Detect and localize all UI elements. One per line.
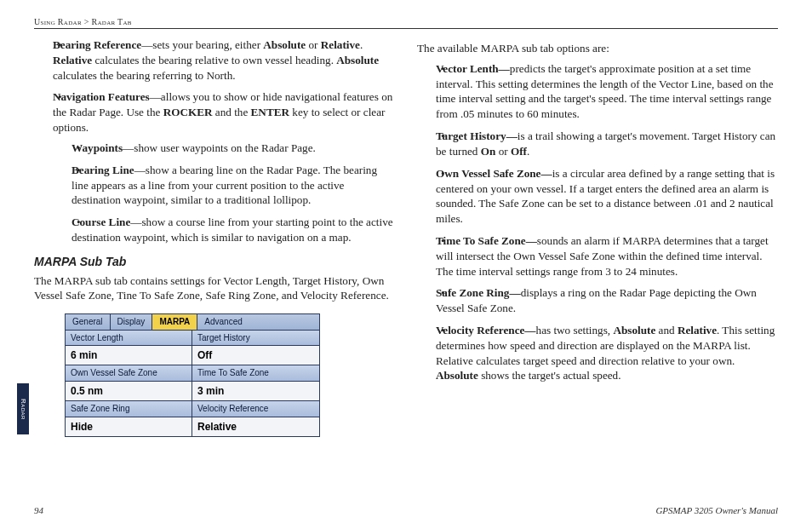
left-bullet-list: Bearing Reference—sets your bearing, eit… xyxy=(34,37,395,245)
nested-list: Waypoints—show user waypoints on the Rad… xyxy=(53,141,395,245)
term: Safe Zone Ring— xyxy=(436,286,521,299)
list-item-time-to-safe-zone: Time To Safe Zone—sounds an alarm if MAR… xyxy=(436,233,778,279)
text: —show user waypoints on the Radar Page. xyxy=(123,141,316,154)
list-item-bearing-reference: Bearing Reference—sets your bearing, eit… xyxy=(53,37,395,83)
list-item-target-history: Target History—is a trail showing a targ… xyxy=(436,129,778,159)
bold: ENTER xyxy=(251,106,289,118)
bold: Relative xyxy=(678,324,717,336)
breadcrumb: Using Radar > Radar Tab xyxy=(34,17,778,26)
settings-tabs: General Display MARPA Advanced xyxy=(65,313,320,330)
marpa-settings-screenshot: General Display MARPA Advanced Vector Le… xyxy=(65,313,320,437)
term: Course Line xyxy=(71,216,130,228)
manual-page: Using Radar > Radar Tab Bearing Referenc… xyxy=(0,0,812,529)
list-item-vector-lenth: Vector Lenth—predicts the target's appro… xyxy=(436,61,778,122)
page-number: 94 xyxy=(34,505,43,515)
value-vector-length[interactable]: 6 min xyxy=(66,346,192,365)
list-item-safe-zone-ring: Safe Zone Ring—displays a ring on the Ra… xyxy=(436,285,778,316)
term: Velocity Reference— xyxy=(436,324,536,336)
value-own-vessel-safe-zone[interactable]: 0.5 nm xyxy=(66,382,192,401)
label-target-history: Target History xyxy=(192,331,319,347)
marpa-intro: The MARPA sub tab contains settings for … xyxy=(34,273,395,304)
bold: Relative xyxy=(53,54,92,66)
bold: Off xyxy=(511,145,527,158)
term: Bearing Line xyxy=(71,164,134,176)
text: and xyxy=(655,324,678,336)
header-rule xyxy=(34,28,778,29)
term: Target History— xyxy=(436,129,518,142)
breadcrumb-sep: > xyxy=(84,17,89,26)
term: Waypoints xyxy=(71,141,123,154)
text: or xyxy=(306,38,321,51)
tab-display[interactable]: Display xyxy=(111,314,153,330)
term: Time To Safe Zone— xyxy=(436,234,537,247)
text: or xyxy=(495,145,511,158)
text: calculates the bearing referring to Nort… xyxy=(53,69,236,82)
list-item-waypoints: Waypoints—show user waypoints on the Rad… xyxy=(71,141,395,156)
bold: Absolute xyxy=(336,54,379,66)
term: Vector Lenth— xyxy=(436,62,510,75)
label-own-vessel-safe-zone: Own Vessel Safe Zone xyxy=(66,365,192,382)
value-time-to-safe-zone[interactable]: 3 min xyxy=(192,382,319,401)
right-lead: The available MARPA sub tab options are: xyxy=(417,41,778,56)
list-item-own-vessel-safe-zone: Own Vessel Safe Zone—is a circular area … xyxy=(436,166,778,227)
right-bullet-list: Vector Lenth—predicts the target's appro… xyxy=(417,61,778,383)
bold: ROCKER xyxy=(163,106,213,118)
label-time-to-safe-zone: Time To Safe Zone xyxy=(192,365,319,382)
list-item-bearing-line: Bearing Line—show a bearing line on the … xyxy=(71,163,395,208)
value-safe-zone-ring[interactable]: Hide xyxy=(66,417,192,436)
list-item-navigation-features: Navigation Features—allows you to show o… xyxy=(53,89,395,244)
breadcrumb-page: Radar Tab xyxy=(91,17,131,26)
term: Bearing Reference xyxy=(53,38,141,51)
list-item-course-line: Course Line—show a course line from your… xyxy=(71,215,395,245)
bold: Absolute xyxy=(263,38,306,51)
bold: On xyxy=(481,145,496,158)
tab-advanced[interactable]: Advanced xyxy=(197,314,249,330)
value-velocity-reference[interactable]: Relative xyxy=(192,417,319,436)
settings-grid: Vector Length Target History 6 min Off O… xyxy=(65,330,320,437)
page-footer: 94 GPSMAP 3205 Owner's Manual xyxy=(34,505,778,515)
right-column: The available MARPA sub tab options are:… xyxy=(417,37,778,437)
breadcrumb-section: Using Radar xyxy=(34,17,82,26)
bold: Absolute xyxy=(436,369,478,382)
label-safe-zone-ring: Safe Zone Ring xyxy=(66,401,192,417)
term: Navigation Features xyxy=(53,90,150,103)
term: Own Vessel Safe Zone— xyxy=(436,167,552,180)
tab-general[interactable]: General xyxy=(66,314,111,330)
marpa-heading: MARPA Sub Tab xyxy=(34,254,395,270)
value-target-history[interactable]: Off xyxy=(192,346,319,365)
manual-title: GPSMAP 3205 Owner's Manual xyxy=(655,505,778,515)
bold: Relative xyxy=(321,38,360,51)
text: and the xyxy=(213,106,251,118)
left-column: Bearing Reference—sets your bearing, eit… xyxy=(34,37,395,437)
text: shows the target's actual speed. xyxy=(478,369,621,382)
text: . xyxy=(360,38,363,51)
text: has two settings, xyxy=(536,324,614,336)
text: —sets your bearing, either xyxy=(141,38,263,51)
label-vector-length: Vector Length xyxy=(66,331,192,347)
list-item-velocity-reference: Velocity Reference—has two settings, Abs… xyxy=(436,323,778,383)
two-columns: Bearing Reference—sets your bearing, eit… xyxy=(34,37,778,437)
side-chapter-tab: Radar xyxy=(17,383,29,434)
text: calculates the bearing relative to own v… xyxy=(92,54,336,66)
text: . xyxy=(527,145,529,158)
tab-marpa[interactable]: MARPA xyxy=(152,314,197,330)
label-velocity-reference: Velocity Reference xyxy=(192,401,319,417)
bold: Absolute xyxy=(613,324,655,336)
